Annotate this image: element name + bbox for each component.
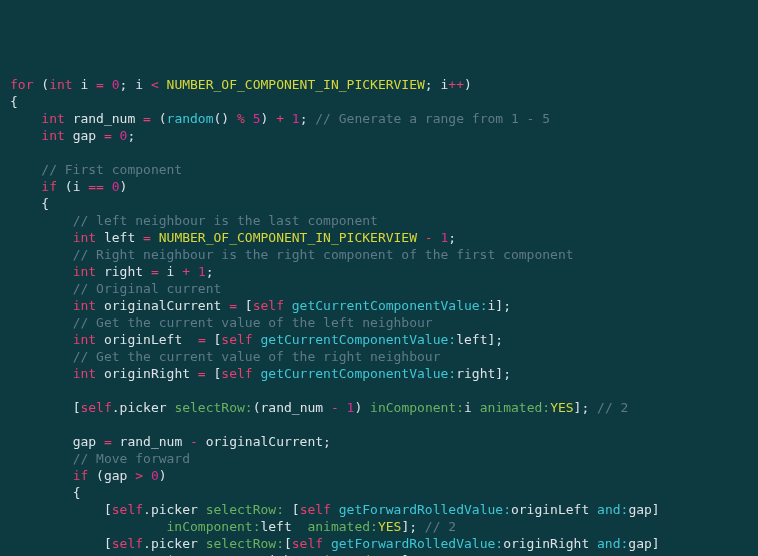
code-line: // Move forward: [10, 451, 190, 466]
operator: =: [143, 111, 151, 126]
paren: (): [214, 111, 230, 126]
code-line: for (int i = 0; i < NUMBER_OF_COMPONENT_…: [10, 77, 472, 92]
code-line: // left neighbour is the last component: [10, 213, 378, 228]
constant: YES: [550, 400, 573, 415]
property: picker: [120, 400, 167, 415]
code-line: // Get the current value of the left nei…: [10, 315, 433, 330]
number-literal: 0: [112, 77, 120, 92]
method-selector: and:: [597, 502, 628, 517]
identifier: originLeft: [511, 502, 589, 517]
function-call: random: [167, 111, 214, 126]
code-line: [self.picker selectRow: [self getForward…: [10, 502, 660, 517]
type-int: int: [73, 332, 96, 347]
type-int: int: [41, 111, 64, 126]
identifier: right: [104, 264, 143, 279]
bracket: [: [104, 536, 112, 551]
identifier: left: [456, 332, 487, 347]
bracket: [: [104, 502, 112, 517]
bracket: [: [245, 298, 253, 313]
number-literal: 0: [112, 179, 120, 194]
property: picker: [151, 536, 198, 551]
number-literal: 1: [292, 111, 300, 126]
keyword-if: if: [41, 179, 57, 194]
number-literal: 0: [151, 468, 159, 483]
operator: =: [104, 128, 112, 143]
semicolon: ;: [323, 434, 331, 449]
constant: NUMBER_OF_COMPONENT_IN_PICKERVIEW: [167, 77, 425, 92]
dot: .: [143, 502, 151, 517]
method-selector: getCurrentComponentValue:: [292, 298, 488, 313]
message-selector: inComponent:: [167, 519, 261, 534]
semicolon: ;: [300, 111, 308, 126]
semicolon: ;: [120, 77, 128, 92]
code-line: // Right neighbour is the right componen…: [10, 247, 574, 262]
semicolon: ;: [425, 77, 433, 92]
semicolon: ;: [206, 264, 214, 279]
number-literal: 1: [198, 264, 206, 279]
identifier: i: [135, 77, 143, 92]
method-selector: getCurrentComponentValue:: [260, 366, 456, 381]
constant: YES: [378, 519, 401, 534]
operator: <: [151, 77, 159, 92]
paren: (: [96, 468, 104, 483]
keyword-self: self: [221, 332, 252, 347]
paren: (: [41, 77, 49, 92]
keyword-self: self: [80, 400, 111, 415]
code-line: // First component: [10, 162, 182, 177]
operator: =: [104, 434, 112, 449]
operator: -: [425, 230, 433, 245]
method-selector: and:: [597, 536, 628, 551]
code-line: inComponent:left animated:YES]; // 2: [10, 519, 456, 534]
code-line: int rand_num = (random() % 5) + 1; // Ge…: [10, 111, 550, 126]
operator: ==: [88, 179, 104, 194]
message-selector: selectRow:: [206, 502, 284, 517]
brace: {: [41, 196, 49, 211]
identifier: originRight: [104, 366, 190, 381]
code-line: {: [10, 485, 80, 500]
semicolon: ;: [503, 298, 511, 313]
identifier: left: [104, 230, 135, 245]
operator: =: [198, 366, 206, 381]
semicolon: ;: [581, 400, 589, 415]
semicolon: ;: [503, 366, 511, 381]
operator: >: [135, 468, 143, 483]
identifier: originRight: [503, 536, 589, 551]
comment: // Get the current value of the right ne…: [73, 349, 441, 364]
identifier: gap: [73, 434, 96, 449]
keyword-self: self: [112, 502, 143, 517]
identifier: i: [464, 400, 472, 415]
bracket: [: [284, 536, 292, 551]
code-editor: for (int i = 0; i < NUMBER_OF_COMPONENT_…: [10, 76, 748, 556]
identifier: gap: [628, 502, 651, 517]
comment: // Original current: [73, 281, 222, 296]
code-line: gap = rand_num - originalCurrent;: [10, 434, 331, 449]
property: picker: [151, 502, 198, 517]
code-line: int gap = 0;: [10, 128, 135, 143]
operator: -: [331, 400, 339, 415]
paren: ): [354, 400, 362, 415]
code-line: [self.picker selectRow:[self getForwardR…: [10, 536, 660, 551]
keyword-self: self: [300, 502, 331, 517]
comment: // First component: [41, 162, 182, 177]
brace: {: [10, 94, 18, 109]
code-line: {: [10, 196, 49, 211]
comment: // Get the current value of the left nei…: [73, 315, 433, 330]
semicolon: ;: [448, 230, 456, 245]
identifier: rand_num: [73, 111, 136, 126]
brace: {: [73, 485, 81, 500]
identifier: i: [80, 77, 88, 92]
message-selector: animated:: [480, 400, 550, 415]
keyword-self: self: [253, 298, 284, 313]
comment: // left neighbour is the last component: [73, 213, 378, 228]
code-line: // Original current: [10, 281, 221, 296]
type-int: int: [73, 366, 96, 381]
operator: +: [182, 264, 190, 279]
semicolon: ;: [409, 519, 417, 534]
bracket: ]: [495, 366, 503, 381]
comment: // Move forward: [73, 451, 190, 466]
identifier: gap: [104, 468, 127, 483]
identifier: gap: [73, 128, 96, 143]
code-line: if (i == 0): [10, 179, 127, 194]
bracket: [: [292, 502, 300, 517]
bracket: ]: [495, 298, 503, 313]
